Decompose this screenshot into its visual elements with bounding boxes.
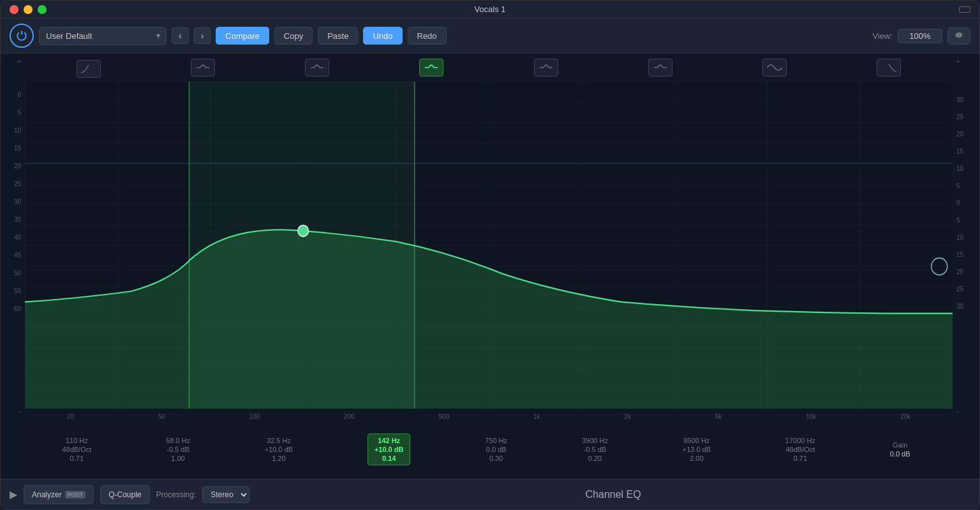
left-axis-15: 15 — [14, 145, 21, 152]
bell-filter-icon-7 — [766, 61, 783, 74]
right-axis-15b: 15 — [956, 252, 963, 258]
band-4-info: 142 Hz +10.0 dB 0.14 — [368, 433, 411, 465]
right-axis-25: 25 — [956, 114, 963, 120]
analyzer-button[interactable]: Analyzer POST — [24, 485, 94, 504]
band-1-param2: 0.71 — [70, 455, 84, 462]
nav-back-button[interactable]: ‹ — [172, 27, 189, 44]
band-1-info: 110 Hz 48dB/Oct 0.71 — [62, 437, 91, 462]
left-axis-60: 60 — [14, 306, 21, 312]
band-5-button[interactable] — [534, 59, 558, 76]
band-6-param2: 0.20 — [588, 455, 602, 462]
toolbar: User Default ▾ ‹ › Compare Copy Paste Un… — [1, 18, 979, 54]
freq-labels: 20 50 100 200 500 1k 2k 5k 10k 20k — [25, 410, 953, 423]
gain-value: 0.0 dB — [890, 450, 910, 458]
band-1-param1: 48dB/Oct — [62, 446, 91, 453]
maximize-button[interactable] — [38, 5, 47, 14]
right-axis: + 30 25 20 15 10 5 0 5 10 15 20 25 30 - — [953, 54, 979, 479]
right-axis-20: 20 — [956, 131, 963, 138]
nav-forward-button[interactable]: › — [194, 27, 211, 44]
bell-filter-icon-4 — [422, 61, 440, 74]
lp-filter-icon — [880, 61, 898, 74]
bell-filter-icon-2 — [194, 61, 212, 74]
minimize-button[interactable] — [24, 5, 33, 14]
freq-100: 100 — [249, 413, 260, 420]
band-4-button[interactable] — [419, 59, 443, 76]
eq-main: 20 50 100 200 500 1k 2k 5k 10k 20k 110 H… — [25, 54, 953, 479]
power-button[interactable] — [10, 24, 34, 48]
eq-grid[interactable] — [25, 82, 953, 409]
redo-button[interactable]: Redo — [408, 27, 447, 45]
right-axis-20b: 20 — [956, 269, 963, 275]
right-axis-25b: 25 — [956, 286, 963, 293]
freq-10k: 10k — [806, 413, 816, 420]
band-6-param1: -0.5 dB — [584, 446, 606, 453]
left-axis-35: 35 — [14, 217, 21, 223]
band-6-button[interactable] — [648, 59, 672, 76]
preset-select[interactable]: User Default — [39, 27, 167, 45]
play-button[interactable]: ▶ — [10, 488, 17, 500]
processing-select[interactable]: Stereo — [202, 486, 249, 503]
freq-500: 500 — [439, 413, 450, 420]
undo-button[interactable]: Undo — [363, 27, 402, 45]
band-buttons — [25, 54, 953, 82]
band-8-param2: 0.71 — [794, 455, 807, 462]
copy-button[interactable]: Copy — [274, 27, 313, 45]
processing-label: Processing: — [156, 490, 197, 499]
left-axis-plus: + — [17, 59, 21, 65]
band-2-button[interactable] — [191, 59, 215, 76]
band-8-freq: 17000 Hz — [785, 437, 815, 444]
band-2-info: 58.0 Hz -0.5 dB 1.00 — [166, 437, 190, 462]
band-3-freq: 32.5 Hz — [267, 437, 291, 444]
preset-selector[interactable]: User Default ▾ — [39, 27, 167, 45]
band-3-info: 32.5 Hz +10.0 dB 1.20 — [265, 437, 293, 462]
right-axis-10b: 10 — [956, 235, 963, 241]
power-icon — [16, 30, 27, 41]
analyzer-label: Analyzer — [32, 490, 62, 499]
band-3-button[interactable] — [305, 59, 329, 76]
q-couple-label: Q-Couple — [108, 490, 141, 499]
post-badge: POST — [65, 491, 86, 499]
freq-20k: 20k — [900, 413, 910, 420]
close-button[interactable] — [10, 5, 19, 14]
band-6-freq: 3900 Hz — [582, 437, 608, 444]
band-6-info: 3900 Hz -0.5 dB 0.20 — [582, 437, 608, 462]
resize-handle[interactable] — [959, 6, 970, 13]
left-axis-10: 10 — [14, 127, 21, 134]
band-2-freq: 58.0 Hz — [166, 437, 190, 444]
right-axis-5: 5 — [956, 183, 960, 189]
link-button[interactable] — [947, 27, 970, 45]
left-axis-55: 55 — [14, 288, 21, 295]
gain-info: Gain 0.0 dB — [890, 441, 910, 458]
compare-button[interactable]: Compare — [216, 27, 269, 45]
freq-20: 20 — [67, 413, 74, 420]
left-axis-minus: - — [19, 409, 21, 415]
band-8-param1: 48dB/Oct — [785, 446, 815, 453]
band-4-freq: 142 Hz — [378, 437, 400, 444]
gain-label: Gain — [893, 441, 907, 449]
paste-button[interactable]: Paste — [318, 27, 358, 45]
right-axis-5b: 5 — [956, 217, 960, 224]
eq-container: + 0 5 10 15 20 25 30 35 40 45 50 55 60 - — [1, 54, 979, 479]
bottom-bar: ▶ Analyzer POST Q-Couple Processing: Ste… — [1, 479, 979, 509]
left-axis-0: 0 — [17, 92, 21, 98]
bell-filter-icon-6 — [651, 61, 669, 74]
band-7-param2: 2.00 — [690, 455, 703, 462]
window-title: Vocals 1 — [474, 4, 505, 14]
right-axis-15: 15 — [956, 149, 963, 155]
band-2-param2: 1.00 — [171, 455, 184, 462]
main-window: Vocals 1 User Default ▾ ‹ › Compare Copy… — [0, 0, 980, 510]
band-5-param1: 0.0 dB — [486, 446, 507, 453]
band-7-button[interactable] — [762, 59, 787, 76]
right-axis-0: 0 — [956, 200, 960, 207]
freq-50: 50 — [158, 413, 165, 420]
band-4-param1: +10.0 dB — [375, 446, 404, 453]
left-axis-40: 40 — [14, 235, 21, 241]
band-1-button[interactable] — [77, 60, 101, 78]
band-8-button[interactable] — [877, 59, 901, 76]
band-4-param2: 0.14 — [382, 455, 396, 462]
q-couple-button[interactable]: Q-Couple — [100, 485, 149, 504]
band-7-info: 8500 Hz +13.0 dB 2.00 — [683, 437, 711, 462]
view-value[interactable]: 100% — [898, 29, 942, 43]
view-label: View: — [872, 31, 893, 41]
band-7-freq: 8500 Hz — [683, 437, 709, 444]
